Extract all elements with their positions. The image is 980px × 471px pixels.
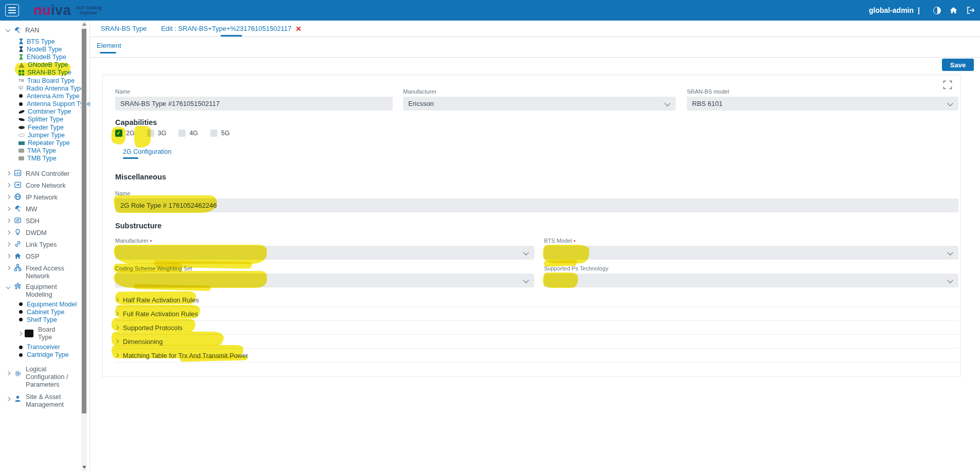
manufacturer-select[interactable]: Ericsson [403, 97, 676, 111]
sidebar-category-fixed-access-network[interactable]: Fixed Access Network [7, 263, 89, 280]
satellite-dish-icon [13, 26, 22, 34]
sidebar-item-ran[interactable]: RAN [5, 25, 89, 38]
sidebar-category-mw[interactable]: MW [7, 204, 89, 214]
tab-edit-sran-bs-type[interactable]: Edit : SRAN-BS+Type+%231761051502117 [161, 21, 301, 37]
sidebar-scrollbar[interactable] [81, 21, 87, 471]
capability-3g[interactable]: 3G [147, 130, 167, 137]
miscellaneous-heading: Miscellaneous [115, 173, 166, 181]
sidebar-category-dwdm[interactable]: DWDM [7, 228, 89, 238]
bar-chart-icon [14, 169, 22, 177]
sidebar-item-antenna-support-type[interactable]: Antenna Support Type [19, 100, 89, 108]
main-content: SRAN-BS Type Edit : SRAN-BS+Type+%231761… [90, 21, 980, 471]
dot-icon [19, 353, 23, 357]
sidebar-item-jumper-type[interactable]: Jumper Type [19, 131, 89, 139]
sidebar-category-logical-configuration[interactable]: Logical Configuration / Parameters [7, 364, 89, 389]
section-matching-table-trx-transmit-power[interactable]: Matching Table for Trx And Transmit Powe… [115, 349, 958, 363]
sidebar-item-antenna-arm-type[interactable]: Antenna Arm Type [19, 92, 89, 100]
home-icon[interactable] [949, 6, 958, 14]
chevron-right-icon [115, 312, 119, 316]
sub-manufacturer-select[interactable] [115, 246, 534, 260]
sidebar-item-bts-type[interactable]: BTS Type [19, 38, 89, 45]
sidebar-item-enodeb-type[interactable]: ENodeB Type [19, 53, 89, 61]
misc-name-field[interactable]: 2G Role Type # 1761052462246 [115, 198, 958, 212]
sidebar-category-equipment-modeling[interactable]: Equipment Modeling [7, 282, 89, 299]
bts-model-select[interactable] [544, 246, 958, 260]
chevron-right-icon [6, 230, 10, 234]
manufacturer-label: Manufacturer [403, 88, 676, 95]
checkbox-5g[interactable] [210, 130, 217, 137]
chevron-right-icon [115, 339, 119, 343]
misc-name-label: Name [115, 190, 958, 196]
sidebar-item-repeater-type[interactable]: Repeater Type [19, 139, 89, 147]
sidebar-category-ip-network[interactable]: IP Network [7, 192, 89, 203]
sidebar-category-ran-controller[interactable]: RAN Controller [7, 169, 89, 179]
name-field[interactable]: SRAN-BS Type #1761051502117 [115, 97, 393, 111]
capability-5g[interactable]: 5G [210, 130, 230, 137]
sidebar-item-tmb-type[interactable]: TMB Type [19, 155, 89, 162]
checkbox-2g[interactable] [115, 130, 122, 137]
sidebar-item-cabinet-type[interactable]: Cabinet Type [19, 308, 89, 316]
sidebar-category-sdh[interactable]: SDH [7, 216, 89, 226]
tab-sran-bs-type[interactable]: SRAN-BS Type [101, 21, 147, 37]
chevron-right-icon [6, 266, 10, 270]
person-icon [14, 395, 22, 403]
section-half-rate-activation-rules[interactable]: Half Rate Activation Rules [115, 293, 958, 307]
logout-icon[interactable] [966, 6, 975, 14]
combiner-icon [19, 110, 25, 114]
gear-icon [14, 370, 22, 377]
sidebar-category-site-asset-management[interactable]: Site & Asset Management [7, 392, 89, 409]
checkbox-4g[interactable] [178, 130, 186, 137]
capabilities-heading: Capabilities [115, 118, 157, 126]
supported-ps-select[interactable] [544, 274, 958, 287]
2g-configuration-underline [123, 157, 138, 159]
checkbox-3g[interactable] [147, 130, 154, 137]
dot-icon [19, 102, 23, 106]
scroll-up-icon[interactable] [82, 23, 86, 26]
sidebar-item-shelf-type[interactable]: Shelf Type [19, 316, 89, 323]
contrast-icon[interactable] [933, 7, 941, 14]
sidebar-item-gnodeb-type[interactable]: GNodeB Type [19, 61, 89, 69]
sidebar-item-equipment-model[interactable]: Equipment Model [19, 300, 89, 308]
section-supported-protocols[interactable]: Supported Protocols [115, 321, 958, 335]
sidebar-tree: RAN BTS Type NodeB Type ENodeB Type GNod… [0, 21, 90, 471]
sran-grid-icon [19, 70, 24, 76]
trau-board-icon: TB [19, 78, 24, 83]
sidebar-category-osp[interactable]: OSP [7, 251, 89, 262]
sidebar-item-radio-antenna-type[interactable]: ΨRadio Antenna Type [19, 84, 89, 92]
chevron-right-icon [6, 207, 10, 211]
hamburger-menu-icon[interactable] [5, 4, 19, 16]
chevron-right-icon [6, 195, 10, 199]
sidebar-item-combiner-type[interactable]: Combiner Type [19, 108, 89, 116]
close-tab-icon[interactable] [296, 25, 302, 33]
nodeb-tower-icon [19, 46, 24, 52]
sidebar-item-transceiver[interactable]: Transceiver [19, 343, 89, 351]
section-full-rate-activation-rules[interactable]: Full Rate Activation Rules [115, 307, 958, 321]
board-icon [25, 330, 33, 337]
capability-4g[interactable]: 4G [178, 130, 198, 137]
sidebar-item-label: RAN [25, 26, 39, 34]
tab-strip: SRAN-BS Type Edit : SRAN-BS+Type+%231761… [90, 21, 980, 37]
scroll-down-icon[interactable] [82, 466, 86, 469]
save-button[interactable]: Save [942, 59, 974, 71]
sidebar-item-splitter-type[interactable]: Splitter Type [19, 116, 89, 123]
sidebar-item-trau-board-type[interactable]: TBTrau Board Type [19, 77, 89, 84]
sidebar-item-tma-type[interactable]: TMA Type [19, 147, 89, 155]
sidebar-category-core-network[interactable]: Core Network [7, 180, 89, 191]
tab-element[interactable]: Element [97, 42, 121, 49]
sidebar-item-sran-bs-type[interactable]: SRAN-BS Type [19, 69, 89, 77]
sub-manufacturer-label: Manufacturer• [115, 238, 534, 244]
scrollbar-thumb[interactable] [82, 29, 86, 413]
sidebar-item-feeder-type[interactable]: Feeder Type [19, 123, 89, 131]
capability-2g[interactable]: 2G [115, 130, 135, 137]
section-dimensioning[interactable]: Dimensioning [115, 335, 958, 349]
chevron-right-icon [115, 353, 119, 357]
logo-text-iva: iva [51, 3, 71, 18]
sidebar-item-board-type[interactable]: Board Type [19, 325, 89, 342]
sidebar-category-link-types[interactable]: Link Types [7, 240, 89, 250]
coding-scheme-select[interactable] [115, 274, 534, 287]
sidebar-item-cartridge-type[interactable]: Cartridge Type [19, 351, 89, 359]
sran-bs-model-select[interactable]: RBS 6101 [687, 97, 958, 111]
tab-2g-configuration[interactable]: 2G Configuration [123, 148, 172, 155]
chevron-right-icon [6, 171, 10, 175]
sidebar-item-nodeb-type[interactable]: NodeB Type [19, 45, 89, 53]
